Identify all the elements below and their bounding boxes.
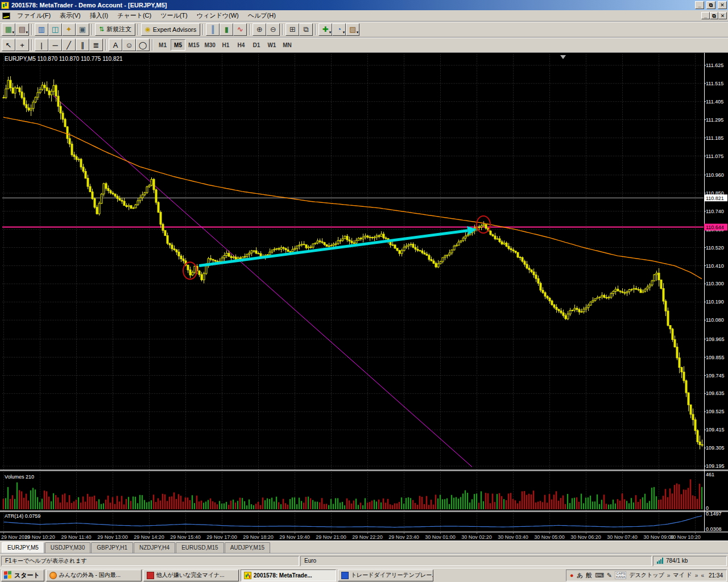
- horizontal-line-tool[interactable]: ─: [48, 39, 62, 51]
- icon-blue: [341, 572, 349, 579]
- ime-input-mode-icon[interactable]: あ: [577, 572, 583, 579]
- profiles-button[interactable]: ▤▾: [15, 23, 29, 36]
- menu-item-6[interactable]: ヘルプ(H): [243, 10, 280, 22]
- svg-text:110.960: 110.960: [706, 172, 724, 178]
- close-button[interactable]: ✕: [718, 1, 727, 9]
- fibonacci-tool[interactable]: ≣: [89, 39, 103, 51]
- minimize-button[interactable]: _: [695, 1, 704, 9]
- taskbar-windows: みんなの外為 - 国内最...他人が嫌いな完全マイナ...2001578: Me…: [46, 569, 433, 581]
- price-chart[interactable]: 111.625111.515111.405111.295111.185111.0…: [0, 53, 728, 541]
- expert-advisors-button[interactable]: ◉Expert Advisors: [141, 23, 200, 36]
- timeframe-mn[interactable]: MN: [280, 39, 295, 51]
- arrows-tool[interactable]: ☺: [122, 39, 136, 51]
- timeframe-w1[interactable]: W1: [264, 39, 279, 51]
- chart-tabbar: EURJPY,M5USDJPY,M30GBPJPY,H1NZDJPY,H4EUR…: [0, 541, 728, 553]
- tray-collapse-icon[interactable]: «: [701, 572, 704, 579]
- taskbar-window-0[interactable]: みんなの外為 - 国内最...: [46, 569, 142, 581]
- svg-text:110.740: 110.740: [706, 209, 724, 214]
- svg-text:29 Nov 11:40: 29 Nov 11:40: [61, 534, 92, 540]
- navigator-button[interactable]: ✦: [62, 23, 76, 36]
- svg-text:110.190: 110.190: [706, 299, 724, 305]
- toolbar-separator: [31, 39, 32, 51]
- chart-line-button[interactable]: ∿: [233, 23, 247, 36]
- chart-tab-eurjpy-m5[interactable]: EURJPY,M5: [2, 542, 44, 553]
- channel-tool[interactable]: ∥: [76, 39, 89, 51]
- desktop-toolbar-expand-icon[interactable]: »: [667, 572, 671, 579]
- chart-window-icon[interactable]: [2, 13, 10, 19]
- timeframe-m15[interactable]: M15: [186, 39, 201, 51]
- timeframe-m5[interactable]: M5: [171, 39, 185, 51]
- mdi-close-button[interactable]: ✕: [718, 12, 727, 19]
- svg-text:29 Nov 15:40: 29 Nov 15:40: [170, 534, 201, 540]
- chart-tab-nzdjpy-h4[interactable]: NZDJPY,H4: [134, 542, 175, 553]
- pen-icon[interactable]: ✎: [607, 572, 612, 579]
- start-button[interactable]: スタート: [1, 569, 44, 581]
- windows-flag-icon: [4, 571, 12, 579]
- tile-windows-button[interactable]: ⊞: [286, 23, 299, 36]
- indicators-button[interactable]: ✚▾: [318, 23, 332, 36]
- svg-text:29 Nov 23:40: 29 Nov 23:40: [388, 534, 419, 540]
- keyboard-icon[interactable]: ⌨: [595, 572, 604, 579]
- market-watch-button[interactable]: ▥: [35, 23, 48, 36]
- shapes-tool[interactable]: ◯: [136, 39, 150, 51]
- chart-bars-button[interactable]: ║: [206, 23, 220, 36]
- icon-red: [147, 572, 154, 579]
- svg-text:29 Nov 21:00: 29 Nov 21:00: [316, 534, 346, 540]
- cursor-tool[interactable]: ↖: [2, 39, 15, 51]
- periods-button[interactable]: ◔▾: [332, 23, 346, 36]
- ime-conversion-mode-icon[interactable]: 般: [586, 572, 592, 579]
- window-title: 2001578: MetaTrader - Demo Account - [EU…: [11, 2, 693, 9]
- chart-tab-eurusd-m15[interactable]: EURUSD,M15: [176, 542, 224, 553]
- desktop-toolbar-label[interactable]: デスクトップ: [629, 571, 664, 579]
- templates-button[interactable]: ▨▾: [346, 23, 359, 36]
- svg-text:461: 461: [706, 472, 714, 477]
- chart-tab-gbpjpy-h1[interactable]: GBPJPY,H1: [91, 542, 133, 553]
- timeframe-d1[interactable]: D1: [249, 39, 264, 51]
- svg-text:30 Nov 03:40: 30 Nov 03:40: [498, 534, 528, 540]
- svg-text:29 Nov 10:20: 29 Nov 10:20: [24, 534, 55, 540]
- menu-item-2[interactable]: 挿入(I): [85, 10, 113, 22]
- svg-text:110.080: 110.080: [706, 317, 724, 323]
- timeframe-h4[interactable]: H4: [234, 39, 249, 51]
- zoom-out-button[interactable]: ⊖: [266, 23, 280, 36]
- kana-label: KANA: [616, 575, 625, 579]
- zoom-in-button[interactable]: ⊕: [253, 23, 266, 36]
- new-chart-button[interactable]: ▦▾: [2, 23, 15, 36]
- docs-toolbar-expand-icon[interactable]: »: [695, 572, 698, 579]
- menu-item-4[interactable]: ツール(T): [156, 10, 192, 22]
- alert-icon[interactable]: ●: [570, 572, 574, 579]
- pane-divider[interactable]: [0, 510, 728, 512]
- menu-item-1[interactable]: 表示(V): [55, 10, 85, 22]
- docs-toolbar-label[interactable]: マイ ド: [673, 571, 692, 579]
- menu-item-5[interactable]: ウィンドウ(W): [192, 10, 243, 22]
- data-window-button[interactable]: ◫: [48, 23, 62, 36]
- pane-divider[interactable]: [0, 531, 728, 533]
- mdi-restore-button[interactable]: ⧉: [710, 12, 718, 19]
- tile-windows-icon: ⊞: [289, 25, 296, 34]
- taskbar-window-1[interactable]: 他人が嫌いな完全マイナ...: [143, 569, 239, 581]
- chart-candles-button[interactable]: ▮: [220, 23, 233, 36]
- vertical-line-tool[interactable]: |: [35, 39, 48, 51]
- trendline-tool[interactable]: ╱: [62, 39, 76, 51]
- new-order-button[interactable]: ⇅新規注文: [95, 23, 135, 36]
- terminal-button[interactable]: ▣: [76, 23, 89, 36]
- text-tool[interactable]: A: [109, 39, 122, 51]
- auto-arrange-button[interactable]: ⧉: [299, 23, 313, 36]
- taskbar-window-3[interactable]: トレードダイアリーテンプレー...: [338, 569, 433, 581]
- terminal-icon: ▣: [79, 25, 86, 34]
- menu-item-0[interactable]: ファイル(F): [13, 10, 55, 22]
- timeframe-m1[interactable]: M1: [155, 39, 170, 51]
- mdi-minimize-button[interactable]: _: [701, 12, 710, 19]
- taskbar-window-2[interactable]: 2001578: MetaTrade...: [241, 569, 336, 581]
- pane-divider[interactable]: [0, 469, 728, 471]
- timeframe-h1[interactable]: H1: [218, 39, 233, 51]
- dropdown-arrow-icon: ▾: [12, 30, 14, 35]
- chart-tab-audjpy-m15[interactable]: AUDJPY,M15: [225, 542, 270, 553]
- menu-item-3[interactable]: チャート(C): [113, 10, 156, 22]
- svg-text:111.405: 111.405: [706, 99, 723, 105]
- crosshair-tool[interactable]: +: [15, 39, 29, 51]
- restore-button[interactable]: ⧉: [706, 1, 715, 9]
- svg-text:110.644: 110.644: [706, 225, 724, 230]
- timeframe-m30[interactable]: M30: [202, 39, 217, 51]
- chart-tab-usdjpy-m30[interactable]: USDJPY,M30: [45, 542, 90, 553]
